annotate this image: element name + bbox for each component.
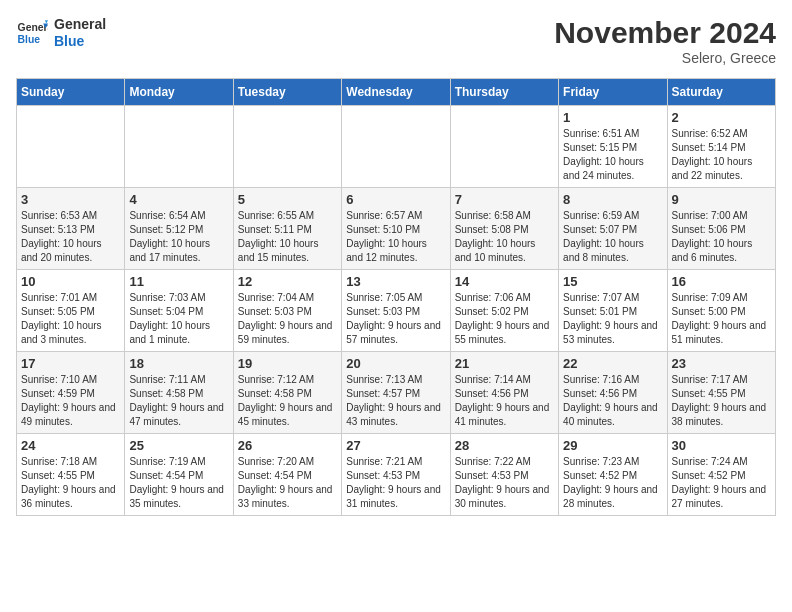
day-info: Sunrise: 7:14 AM Sunset: 4:56 PM Dayligh…: [455, 373, 554, 429]
day-info: Sunrise: 7:12 AM Sunset: 4:58 PM Dayligh…: [238, 373, 337, 429]
page-header: General Blue General Blue November 2024 …: [16, 16, 776, 66]
day-number: 10: [21, 274, 120, 289]
calendar-cell: 26Sunrise: 7:20 AM Sunset: 4:54 PM Dayli…: [233, 434, 341, 516]
day-number: 28: [455, 438, 554, 453]
day-number: 26: [238, 438, 337, 453]
day-info: Sunrise: 7:00 AM Sunset: 5:06 PM Dayligh…: [672, 209, 771, 265]
day-info: Sunrise: 7:11 AM Sunset: 4:58 PM Dayligh…: [129, 373, 228, 429]
calendar-cell: 20Sunrise: 7:13 AM Sunset: 4:57 PM Dayli…: [342, 352, 450, 434]
calendar-cell: 11Sunrise: 7:03 AM Sunset: 5:04 PM Dayli…: [125, 270, 233, 352]
calendar-cell: 16Sunrise: 7:09 AM Sunset: 5:00 PM Dayli…: [667, 270, 775, 352]
day-number: 30: [672, 438, 771, 453]
day-number: 2: [672, 110, 771, 125]
day-info: Sunrise: 6:51 AM Sunset: 5:15 PM Dayligh…: [563, 127, 662, 183]
calendar-cell: 15Sunrise: 7:07 AM Sunset: 5:01 PM Dayli…: [559, 270, 667, 352]
calendar-cell: 7Sunrise: 6:58 AM Sunset: 5:08 PM Daylig…: [450, 188, 558, 270]
day-number: 8: [563, 192, 662, 207]
day-info: Sunrise: 6:53 AM Sunset: 5:13 PM Dayligh…: [21, 209, 120, 265]
calendar-cell: 5Sunrise: 6:55 AM Sunset: 5:11 PM Daylig…: [233, 188, 341, 270]
location-subtitle: Selero, Greece: [554, 50, 776, 66]
day-number: 14: [455, 274, 554, 289]
day-info: Sunrise: 7:01 AM Sunset: 5:05 PM Dayligh…: [21, 291, 120, 347]
day-info: Sunrise: 7:06 AM Sunset: 5:02 PM Dayligh…: [455, 291, 554, 347]
day-number: 12: [238, 274, 337, 289]
calendar-cell: 27Sunrise: 7:21 AM Sunset: 4:53 PM Dayli…: [342, 434, 450, 516]
day-info: Sunrise: 7:10 AM Sunset: 4:59 PM Dayligh…: [21, 373, 120, 429]
calendar-cell: 10Sunrise: 7:01 AM Sunset: 5:05 PM Dayli…: [17, 270, 125, 352]
title-block: November 2024 Selero, Greece: [554, 16, 776, 66]
day-info: Sunrise: 6:55 AM Sunset: 5:11 PM Dayligh…: [238, 209, 337, 265]
calendar-table: SundayMondayTuesdayWednesdayThursdayFrid…: [16, 78, 776, 516]
calendar-cell: 9Sunrise: 7:00 AM Sunset: 5:06 PM Daylig…: [667, 188, 775, 270]
day-info: Sunrise: 7:07 AM Sunset: 5:01 PM Dayligh…: [563, 291, 662, 347]
calendar-cell: 22Sunrise: 7:16 AM Sunset: 4:56 PM Dayli…: [559, 352, 667, 434]
month-title: November 2024: [554, 16, 776, 50]
day-info: Sunrise: 7:13 AM Sunset: 4:57 PM Dayligh…: [346, 373, 445, 429]
calendar-cell: 24Sunrise: 7:18 AM Sunset: 4:55 PM Dayli…: [17, 434, 125, 516]
calendar-cell: 3Sunrise: 6:53 AM Sunset: 5:13 PM Daylig…: [17, 188, 125, 270]
day-number: 4: [129, 192, 228, 207]
day-info: Sunrise: 6:59 AM Sunset: 5:07 PM Dayligh…: [563, 209, 662, 265]
day-info: Sunrise: 6:58 AM Sunset: 5:08 PM Dayligh…: [455, 209, 554, 265]
weekday-header: Tuesday: [233, 79, 341, 106]
weekday-header: Saturday: [667, 79, 775, 106]
calendar-cell: 19Sunrise: 7:12 AM Sunset: 4:58 PM Dayli…: [233, 352, 341, 434]
calendar-cell: 23Sunrise: 7:17 AM Sunset: 4:55 PM Dayli…: [667, 352, 775, 434]
calendar-cell: [233, 106, 341, 188]
day-info: Sunrise: 6:54 AM Sunset: 5:12 PM Dayligh…: [129, 209, 228, 265]
day-number: 13: [346, 274, 445, 289]
day-number: 18: [129, 356, 228, 371]
day-number: 20: [346, 356, 445, 371]
day-info: Sunrise: 7:23 AM Sunset: 4:52 PM Dayligh…: [563, 455, 662, 511]
day-number: 17: [21, 356, 120, 371]
day-info: Sunrise: 7:17 AM Sunset: 4:55 PM Dayligh…: [672, 373, 771, 429]
weekday-header: Thursday: [450, 79, 558, 106]
calendar-cell: 18Sunrise: 7:11 AM Sunset: 4:58 PM Dayli…: [125, 352, 233, 434]
calendar-cell: 21Sunrise: 7:14 AM Sunset: 4:56 PM Dayli…: [450, 352, 558, 434]
day-info: Sunrise: 7:05 AM Sunset: 5:03 PM Dayligh…: [346, 291, 445, 347]
calendar-cell: [17, 106, 125, 188]
svg-text:General: General: [18, 22, 48, 33]
day-number: 5: [238, 192, 337, 207]
calendar-cell: 2Sunrise: 6:52 AM Sunset: 5:14 PM Daylig…: [667, 106, 775, 188]
day-number: 3: [21, 192, 120, 207]
day-number: 7: [455, 192, 554, 207]
day-info: Sunrise: 7:16 AM Sunset: 4:56 PM Dayligh…: [563, 373, 662, 429]
day-info: Sunrise: 7:04 AM Sunset: 5:03 PM Dayligh…: [238, 291, 337, 347]
weekday-header: Sunday: [17, 79, 125, 106]
day-info: Sunrise: 7:24 AM Sunset: 4:52 PM Dayligh…: [672, 455, 771, 511]
calendar-cell: [342, 106, 450, 188]
day-number: 15: [563, 274, 662, 289]
day-number: 19: [238, 356, 337, 371]
calendar-cell: 29Sunrise: 7:23 AM Sunset: 4:52 PM Dayli…: [559, 434, 667, 516]
calendar-cell: 17Sunrise: 7:10 AM Sunset: 4:59 PM Dayli…: [17, 352, 125, 434]
calendar-cell: 30Sunrise: 7:24 AM Sunset: 4:52 PM Dayli…: [667, 434, 775, 516]
svg-text:Blue: Blue: [18, 33, 41, 44]
weekday-header: Monday: [125, 79, 233, 106]
logo: General Blue General Blue: [16, 16, 106, 50]
day-info: Sunrise: 7:20 AM Sunset: 4:54 PM Dayligh…: [238, 455, 337, 511]
day-number: 23: [672, 356, 771, 371]
calendar-cell: 6Sunrise: 6:57 AM Sunset: 5:10 PM Daylig…: [342, 188, 450, 270]
calendar-cell: [125, 106, 233, 188]
day-number: 1: [563, 110, 662, 125]
day-info: Sunrise: 6:57 AM Sunset: 5:10 PM Dayligh…: [346, 209, 445, 265]
day-number: 22: [563, 356, 662, 371]
logo-icon: General Blue: [16, 17, 48, 49]
calendar-cell: 25Sunrise: 7:19 AM Sunset: 4:54 PM Dayli…: [125, 434, 233, 516]
calendar-cell: 8Sunrise: 6:59 AM Sunset: 5:07 PM Daylig…: [559, 188, 667, 270]
day-number: 24: [21, 438, 120, 453]
day-number: 27: [346, 438, 445, 453]
day-info: Sunrise: 6:52 AM Sunset: 5:14 PM Dayligh…: [672, 127, 771, 183]
day-number: 25: [129, 438, 228, 453]
weekday-header: Wednesday: [342, 79, 450, 106]
day-number: 29: [563, 438, 662, 453]
day-number: 11: [129, 274, 228, 289]
day-info: Sunrise: 7:18 AM Sunset: 4:55 PM Dayligh…: [21, 455, 120, 511]
weekday-header: Friday: [559, 79, 667, 106]
day-info: Sunrise: 7:21 AM Sunset: 4:53 PM Dayligh…: [346, 455, 445, 511]
calendar-cell: 4Sunrise: 6:54 AM Sunset: 5:12 PM Daylig…: [125, 188, 233, 270]
calendar-cell: 28Sunrise: 7:22 AM Sunset: 4:53 PM Dayli…: [450, 434, 558, 516]
day-number: 16: [672, 274, 771, 289]
day-info: Sunrise: 7:22 AM Sunset: 4:53 PM Dayligh…: [455, 455, 554, 511]
